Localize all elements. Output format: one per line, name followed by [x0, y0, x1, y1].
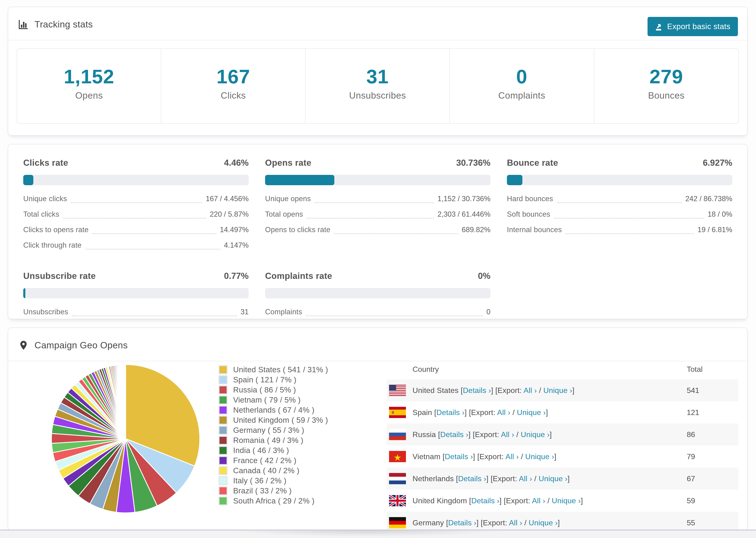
country-cell: Vietnam [Details ›] [Export: All › / Uni…	[406, 452, 687, 461]
country-cell: United Kingdom [Details ›] [Export: All …	[406, 497, 687, 505]
rate-title: Bounce rate	[507, 158, 558, 168]
legend-item-vietnam[interactable]: Vietnam ( 79 / 5% )	[219, 395, 328, 405]
legend-item-canada[interactable]: Canada ( 40 / 2% )	[219, 465, 328, 476]
column-header-total: Total	[687, 365, 738, 374]
rate-detail-value: 220 / 5.87%	[210, 210, 249, 219]
legend-item-russia[interactable]: Russia ( 86 / 5% )	[219, 385, 328, 395]
rate-panel-unsubscribe-rate: Unsubscribe rate 0.77% Unsubscribes 31	[23, 271, 249, 323]
rate-percent: 6.927%	[703, 158, 732, 168]
rate-detail-row: Clicks to opens rate 14.497%	[23, 226, 249, 234]
legend-swatch	[219, 365, 228, 374]
legend-item-france[interactable]: France ( 42 / 2% )	[219, 456, 328, 465]
rate-panel-clicks-rate: Clicks rate 4.46% Unique clicks 167 / 4.…	[23, 158, 249, 256]
details-link[interactable]: Details ›	[448, 518, 476, 527]
dotted-leader	[554, 212, 704, 219]
rate-detail-value: 2,303 / 61.446%	[437, 210, 490, 219]
export-all-link[interactable]: All ›	[509, 518, 522, 527]
legend-label: Romania ( 49 / 3% )	[233, 436, 303, 445]
summary-stats-row: 1,152 Opens167 Clicks31 Unsubscribes0 Co…	[17, 48, 739, 124]
rate-head: Clicks rate 4.46%	[23, 158, 249, 168]
bar-chart-icon	[19, 20, 28, 29]
rate-detail-row: Hard bounces 242 / 86.738%	[507, 194, 732, 203]
rate-detail-value: 19 / 6.81%	[698, 226, 732, 234]
stat-label: Unsubscribes	[306, 90, 449, 101]
map-pin-icon	[19, 340, 28, 350]
export-all-link[interactable]: All ›	[523, 386, 537, 395]
total-cell: 86	[687, 430, 738, 439]
export-unique-link[interactable]: Unique ›	[539, 474, 567, 483]
legend-item-united-states[interactable]: United States ( 541 / 31% )	[219, 364, 328, 375]
details-link[interactable]: Details ›	[445, 452, 473, 461]
details-link[interactable]: Details ›	[440, 430, 468, 439]
export-all-link[interactable]: All ›	[497, 408, 511, 417]
rate-detail-value: 689.82%	[462, 226, 490, 234]
rate-detail-label: Clicks to opens rate	[23, 226, 88, 234]
export-unique-link[interactable]: Unique ›	[543, 386, 572, 395]
rate-progress-track	[23, 288, 249, 298]
export-unique-link[interactable]: Unique ›	[552, 497, 581, 505]
rate-panel-bounce-rate: Bounce rate 6.927% Hard bounces 242 / 86…	[507, 158, 732, 256]
export-all-link[interactable]: All ›	[506, 452, 519, 461]
rate-detail-value: 18 / 0%	[708, 210, 732, 219]
flag-gb-icon	[389, 495, 406, 506]
details-link[interactable]: Details ›	[436, 408, 465, 417]
export-all-link[interactable]: All ›	[519, 474, 532, 483]
export-all-link[interactable]: All ›	[532, 497, 545, 505]
geo-pie-chart	[50, 363, 201, 514]
legend-item-south-africa[interactable]: South Africa ( 29 / 2% )	[219, 496, 328, 506]
legend-item-india[interactable]: India ( 46 / 3% )	[219, 445, 328, 456]
tracking-stats-header: Tracking stats	[8, 7, 747, 40]
rates-grid: Clicks rate 4.46% Unique clicks 167 / 4.…	[8, 144, 747, 337]
legend-swatch	[219, 436, 228, 445]
country-cell: Spain [Details ›] [Export: All › / Uniqu…	[406, 408, 687, 417]
export-unique-link[interactable]: Unique ›	[521, 430, 550, 439]
campaign-geo-opens-card: Campaign Geo Opens United States ( 541 /…	[8, 327, 748, 531]
rate-detail-row: Internal bounces 19 / 6.81%	[507, 226, 732, 234]
legend-label: Germany ( 55 / 3% )	[233, 426, 304, 435]
legend-item-germany[interactable]: Germany ( 55 / 3% )	[219, 425, 328, 435]
stat-cell-clicks: 167 Clicks	[161, 49, 305, 123]
rate-detail-label: Complaints	[265, 308, 302, 316]
legend-item-netherlands[interactable]: Netherlands ( 67 / 4% )	[219, 405, 328, 415]
details-link[interactable]: Details ›	[471, 497, 499, 505]
export-icon	[655, 22, 664, 31]
export-unique-link[interactable]: Unique ›	[525, 452, 554, 461]
rate-title: Unsubscribe rate	[23, 271, 96, 281]
tracking-stats-card: Tracking stats Export basic stats 1,152 …	[8, 7, 748, 136]
window-bottom-edge	[0, 529, 756, 538]
geo-table-row-es: Spain [Details ›] [Export: All › / Uniqu…	[387, 402, 738, 423]
dotted-leader	[92, 228, 216, 234]
rate-detail-row: Opens to clicks rate 689.82%	[265, 226, 490, 234]
rates-card: Clicks rate 4.46% Unique clicks 167 / 4.…	[8, 144, 748, 319]
legend-item-italy[interactable]: Italy ( 36 / 2% )	[219, 476, 328, 486]
export-unique-link[interactable]: Unique ›	[529, 518, 558, 527]
flag-ru-icon	[389, 429, 406, 440]
legend-label: United States ( 541 / 31% )	[233, 365, 328, 374]
details-link[interactable]: Details ›	[458, 474, 486, 483]
export-all-link[interactable]: All ›	[501, 430, 514, 439]
rate-detail-label: Total opens	[265, 210, 303, 219]
legend-swatch	[219, 385, 228, 394]
legend-item-romania[interactable]: Romania ( 49 / 3% )	[219, 435, 328, 445]
legend-swatch	[219, 375, 228, 384]
rate-detail-label: Soft bounces	[507, 210, 550, 219]
details-link[interactable]: Details ›	[463, 386, 491, 395]
stat-label: Complaints	[450, 90, 594, 101]
dotted-leader	[307, 212, 434, 219]
legend-item-brazil[interactable]: Brazil ( 33 / 2% )	[219, 486, 328, 496]
rate-percent: 30.736%	[456, 158, 490, 168]
stat-value: 0	[450, 65, 594, 88]
column-header-country: Country	[387, 365, 687, 374]
dotted-leader	[63, 212, 206, 219]
rate-detail-label: Internal bounces	[507, 226, 562, 234]
legend-label: Spain ( 121 / 7% )	[233, 375, 297, 384]
geo-table-row-ru: Russia [Details ›] [Export: All › / Uniq…	[387, 423, 738, 446]
export-basic-stats-button[interactable]: Export basic stats	[648, 17, 738, 36]
country-cell: Russia [Details ›] [Export: All › / Uniq…	[406, 430, 687, 439]
legend-item-spain[interactable]: Spain ( 121 / 7% )	[219, 375, 328, 385]
rate-head: Bounce rate 6.927%	[507, 158, 732, 168]
stat-label: Clicks	[161, 90, 305, 101]
legend-item-united-kingdom[interactable]: United Kingdom ( 59 / 3% )	[219, 415, 328, 425]
export-unique-link[interactable]: Unique ›	[517, 408, 546, 417]
rate-detail-row: Unique clicks 167 / 4.456%	[23, 194, 249, 203]
